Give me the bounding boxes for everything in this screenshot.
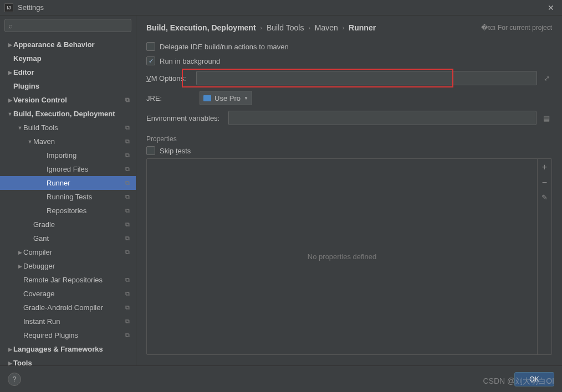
tree-item-gradle-android-compiler[interactable]: Gradle-Android Compiler⧉ (0, 301, 136, 314)
project-scope-icon: ⧉ (124, 138, 131, 146)
crumb-2[interactable]: Maven (315, 23, 338, 32)
footer: ? OK (0, 365, 562, 392)
chevron-right-icon: › (260, 25, 262, 31)
tree-item-label: Running Tests (47, 193, 124, 201)
delegate-label: Delegate IDE build/run actions to maven (160, 43, 289, 51)
tree-item-runner[interactable]: Runner⧉ (0, 176, 136, 190)
project-scope-icon: ⧉ (124, 235, 131, 243)
tree-item-build-tools[interactable]: ▼Build Tools⧉ (0, 121, 136, 135)
chevron-down-icon: ▼ (244, 96, 248, 101)
search-field[interactable] (15, 22, 127, 29)
env-label: Environment variables: (146, 114, 224, 122)
jre-value: Use Pro (214, 94, 241, 102)
tree-item-keymap[interactable]: Keymap (0, 51, 136, 65)
background-checkbox[interactable]: ✓ (146, 56, 155, 65)
tree-item-label: Repositories (47, 207, 124, 215)
env-browse-icon[interactable]: ▤ (541, 114, 552, 122)
tree-item-label: Editor (13, 68, 131, 76)
chevron-down-icon[interactable]: ▼ (27, 139, 33, 145)
chevron-right-icon[interactable]: ▶ (7, 97, 13, 103)
tree-item-importing[interactable]: Importing⧉ (0, 148, 136, 162)
skip-tests-checkbox[interactable] (146, 146, 155, 155)
tree-item-repositories[interactable]: Repositories⧉ (0, 204, 136, 218)
search-input[interactable]: ⌕ (4, 19, 131, 32)
tree-item-gradle[interactable]: Gradle⧉ (0, 218, 136, 231)
project-scope-icon: ⧉ (124, 276, 131, 284)
tree-item-label: Required Plugins (23, 331, 124, 339)
settings-tree: ▶Appearance & BehaviorKeymap▶EditorPlugi… (0, 35, 136, 365)
sidebar: ⌕ ▶Appearance & BehaviorKeymap▶EditorPlu… (0, 16, 136, 365)
tree-item-instant-run[interactable]: Instant Run⧉ (0, 314, 136, 328)
project-scope-icon: ⧉ (124, 249, 131, 256)
tree-item-gant[interactable]: Gant⧉ (0, 231, 136, 245)
project-scope-icon: ⧉ (124, 207, 131, 215)
tree-item-tools[interactable]: ▶Tools (0, 356, 136, 365)
chevron-right-icon[interactable]: ▶ (7, 347, 13, 352)
tree-item-label: Debugger (23, 262, 131, 270)
project-scope-icon: ⧉ (124, 193, 131, 201)
chevron-right-icon[interactable]: ▶ (17, 250, 23, 255)
titlebar: IJ Settings ✕ (0, 0, 562, 16)
chevron-down-icon[interactable]: ▼ (17, 125, 23, 131)
tree-item-label: Plugins (13, 82, 131, 90)
add-icon[interactable]: + (542, 162, 547, 172)
jre-label: JRE: (146, 94, 190, 102)
jre-dropdown[interactable]: Use Pro ▼ (200, 91, 252, 105)
tree-item-remote-jar-repositories[interactable]: Remote Jar Repositories⧉ (0, 273, 136, 287)
window-title: Settings (18, 3, 544, 12)
project-scope-icon: ⧉ (124, 290, 131, 298)
env-input[interactable] (228, 111, 537, 125)
crumb-1[interactable]: Build Tools (267, 23, 304, 32)
chevron-right-icon[interactable]: ▶ (7, 42, 13, 48)
tree-item-version-control[interactable]: ▶Version Control⧉ (0, 93, 136, 107)
vm-options-input[interactable] (196, 71, 537, 85)
project-scope-icon: ⧉ (124, 96, 131, 104)
edit-icon: ✎ (541, 193, 548, 202)
chevron-right-icon[interactable]: ▶ (7, 360, 13, 366)
tree-item-compiler[interactable]: ▶Compiler⧉ (0, 245, 136, 259)
tree-item-required-plugins[interactable]: Required Plugins⧉ (0, 328, 136, 342)
folder-icon (203, 95, 211, 101)
breadcrumb: Build, Execution, Deployment › Build Too… (146, 23, 552, 32)
tree-item-label: Gant (33, 234, 124, 243)
content-panel: Build, Execution, Deployment › Build Too… (136, 16, 562, 365)
chevron-down-icon[interactable]: ▼ (7, 111, 13, 117)
tree-item-label: Runner (47, 179, 124, 187)
tree-item-label: Maven (33, 137, 124, 146)
delegate-checkbox[interactable] (146, 42, 155, 51)
skip-tests-label: Skip tests (160, 147, 191, 155)
help-button[interactable]: ? (8, 373, 21, 386)
project-scope-icon: ⧉ (124, 166, 131, 173)
chevron-right-icon[interactable]: ▶ (17, 264, 23, 269)
tree-item-label: Coverage (23, 290, 124, 298)
tree-item-coverage[interactable]: Coverage⧉ (0, 287, 136, 301)
crumb-current: Runner (349, 23, 376, 32)
properties-empty-text: No properties defined (147, 159, 537, 354)
project-hint: �ται For current project (481, 24, 552, 32)
tree-item-debugger[interactable]: ▶Debugger (0, 259, 136, 273)
tree-item-build-execution-deployment[interactable]: ▼Build, Execution, Deployment (0, 107, 136, 121)
copy-icon: �ται (481, 24, 495, 32)
tree-item-label: Ignored Files (47, 165, 124, 173)
tree-item-running-tests[interactable]: Running Tests⧉ (0, 190, 136, 204)
tree-item-editor[interactable]: ▶Editor (0, 65, 136, 79)
tree-item-label: Tools (13, 359, 131, 365)
project-scope-icon: ⧉ (124, 332, 131, 339)
properties-table: No properties defined + − ✎ (146, 158, 552, 355)
tree-item-plugins[interactable]: Plugins (0, 79, 136, 93)
project-scope-icon: ⧉ (124, 221, 131, 229)
tree-item-label: Keymap (13, 54, 131, 63)
crumb-root[interactable]: Build, Execution, Deployment (146, 23, 256, 32)
chevron-right-icon: › (308, 25, 310, 31)
ok-button[interactable]: OK (514, 372, 554, 386)
expand-icon[interactable]: ⤢ (541, 74, 552, 82)
tree-item-label: Compiler (23, 248, 124, 256)
tree-item-maven[interactable]: ▼Maven⧉ (0, 135, 136, 148)
close-icon[interactable]: ✕ (544, 3, 558, 12)
tree-item-languages-frameworks[interactable]: ▶Languages & Frameworks (0, 342, 136, 356)
tree-item-ignored-files[interactable]: Ignored Files⧉ (0, 162, 136, 176)
tree-item-appearance-behavior[interactable]: ▶Appearance & Behavior (0, 38, 136, 51)
chevron-right-icon: › (343, 25, 344, 31)
project-scope-icon: ⧉ (124, 304, 131, 312)
chevron-right-icon[interactable]: ▶ (7, 70, 13, 75)
